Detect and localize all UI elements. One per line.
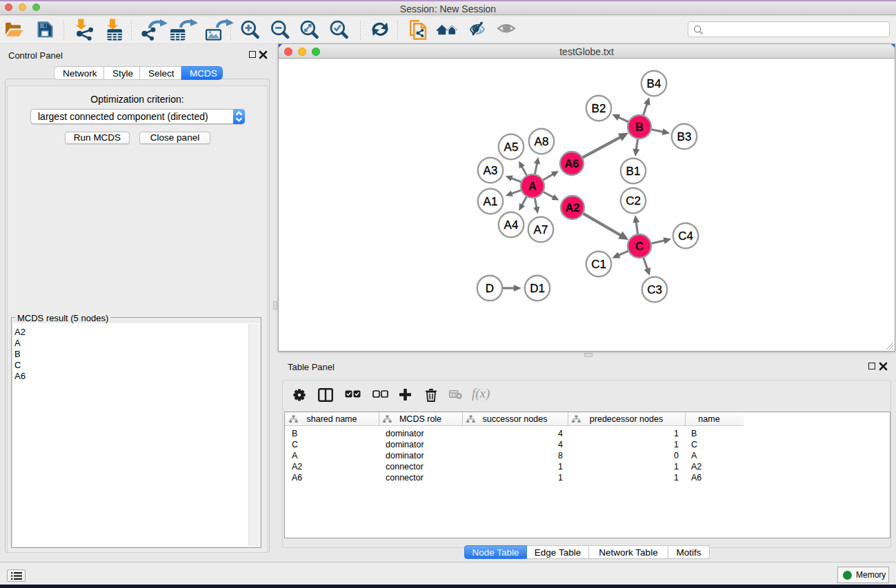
svg-text:A: A: [528, 180, 537, 192]
svg-text:D: D: [486, 282, 494, 295]
svg-text:C4: C4: [678, 230, 693, 243]
svg-text:C3: C3: [647, 283, 662, 296]
svg-text:C: C: [635, 240, 644, 252]
svg-text:B2: B2: [592, 102, 606, 115]
svg-text:A2: A2: [565, 201, 579, 214]
svg-text:A4: A4: [504, 219, 519, 232]
svg-text:A1: A1: [484, 195, 498, 208]
svg-text:B1: B1: [626, 165, 641, 178]
svg-text:B3: B3: [677, 130, 692, 143]
svg-text:A3: A3: [484, 164, 498, 177]
svg-text:B: B: [635, 121, 644, 133]
svg-text:D1: D1: [530, 282, 545, 295]
svg-text:C1: C1: [591, 258, 606, 271]
svg-text:A5: A5: [504, 141, 519, 154]
svg-text:A7: A7: [534, 223, 548, 236]
svg-text:B4: B4: [647, 77, 661, 90]
svg-text:C2: C2: [626, 194, 641, 207]
svg-text:A8: A8: [535, 135, 549, 148]
svg-text:A6: A6: [564, 157, 579, 170]
